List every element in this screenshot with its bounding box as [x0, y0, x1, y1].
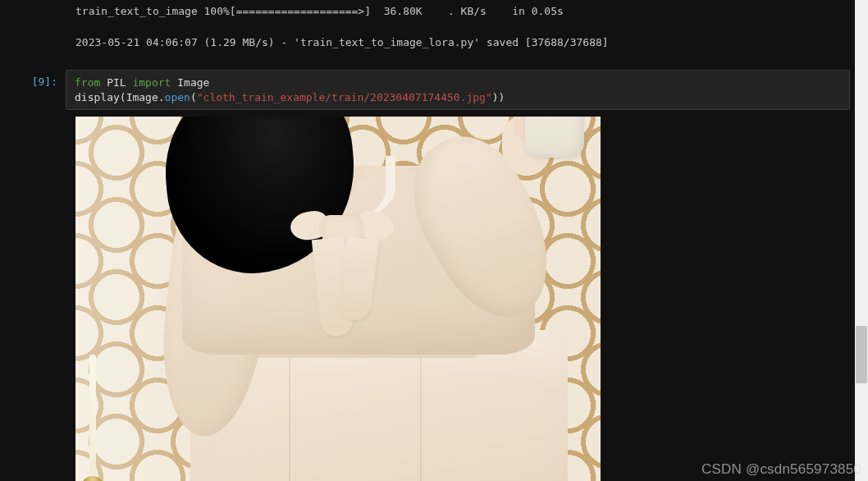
code-cell: [9]: from PIL import Image display(Image…	[16, 70, 852, 110]
paren: (	[120, 91, 126, 103]
code-input-area[interactable]: from PIL import Image display(Image.open…	[66, 70, 850, 110]
method-open: open	[165, 91, 190, 103]
keyword-import: import	[132, 76, 171, 89]
input-prompt: [9]:	[16, 70, 66, 110]
string-path: "cloth_train_example/train/2023040717445…	[197, 91, 492, 103]
code-line-2: display(Image.open("cloth_train_example/…	[75, 90, 841, 105]
paren: (	[190, 91, 197, 103]
candle	[84, 346, 100, 481]
image-open: Image.	[126, 91, 165, 103]
figure-hanbok	[141, 117, 601, 481]
keyword-from: from	[75, 76, 100, 89]
wget-progress-line: train_text_to_image 100%[===============…	[75, 0, 852, 23]
fn-display: display	[75, 91, 120, 103]
wget-saved-line: 2023-05-21 04:06:07 (1.29 MB/s) - 'train…	[75, 31, 852, 54]
scrollbar-track[interactable]	[855, 0, 868, 481]
code-line-1: from PIL import Image	[75, 76, 841, 90]
scrollbar-thumb[interactable]	[856, 326, 867, 383]
paren: ))	[492, 91, 505, 103]
class-image: Image	[177, 76, 209, 89]
notebook-container[interactable]: train_text_to_image 100%[===============…	[0, 0, 868, 481]
output-image	[75, 117, 601, 481]
module-pil: PIL	[107, 76, 126, 89]
